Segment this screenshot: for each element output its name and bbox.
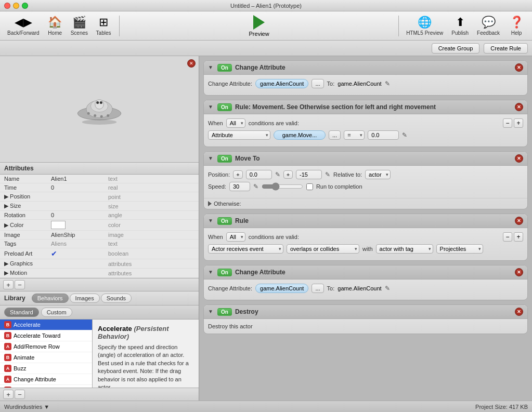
condition-num-input[interactable] (368, 130, 399, 140)
speed-input[interactable] (229, 182, 250, 191)
home-button[interactable]: 🏠 Home (44, 14, 67, 38)
table-row: Image AlienShip image (0, 231, 199, 240)
projectiles-select[interactable]: Projectiles (436, 244, 483, 254)
condition-type-select[interactable]: Attribute (208, 130, 270, 140)
close-rule-5-button[interactable]: ✕ (515, 268, 523, 276)
publish-button[interactable]: ⬆ Publish (448, 14, 472, 38)
html5preview-button[interactable]: 🌐 HTML5 Preview (403, 14, 446, 38)
scenes-button[interactable]: 🎬 Scenes (68, 14, 91, 38)
rule-toggle-icon-2[interactable]: ▼ (208, 104, 214, 110)
rule-toggle-icon[interactable]: ▼ (208, 64, 214, 71)
change-attr-dots-button-1[interactable]: ... (312, 79, 323, 88)
wurd-label[interactable]: Wurdindustries ▼ (4, 404, 49, 410)
rule-toggle-icon-5[interactable]: ▼ (208, 269, 214, 275)
tables-button[interactable]: ⊞ Tables (92, 14, 115, 38)
filter-custom-button[interactable]: Custom (41, 308, 72, 317)
close-rule-3-button[interactable]: ✕ (515, 154, 523, 163)
change-attr-dots-button-2[interactable]: ... (312, 284, 323, 293)
add-behavior-button[interactable]: + (3, 390, 14, 399)
minus-condition-button-4[interactable]: − (503, 232, 512, 242)
relative-to-select[interactable]: actor (365, 170, 391, 179)
collide-op-select[interactable]: overlaps or collides (287, 244, 359, 254)
list-item[interactable]: A Add/Remove Row (0, 341, 92, 352)
pos-x-edit-icon[interactable]: ✎ (275, 171, 280, 178)
close-rule-2-button[interactable]: ✕ (515, 103, 523, 111)
to-edit-icon-1[interactable]: ✎ (385, 80, 390, 87)
speed-slider[interactable] (262, 183, 303, 190)
condition-edit-icon[interactable]: ✎ (402, 131, 407, 139)
condition-op-select[interactable]: = (344, 130, 365, 140)
rule-header-5: ▼ On Change Attribute ✕ (204, 265, 527, 280)
attributes-section: Attributes Name Alien1 text Time 0 real … (0, 163, 199, 291)
filter-standard-button[interactable]: Standard (4, 308, 39, 317)
plus-condition-button-4[interactable]: + (514, 232, 523, 242)
plus-condition-button[interactable]: + (514, 118, 523, 128)
pos-x-stepper[interactable]: + (233, 170, 242, 179)
attr-value-motion (47, 269, 104, 278)
minimize-button[interactable] (13, 3, 19, 9)
otherwise-label: Otherwise: (214, 201, 241, 207)
feedback-button[interactable]: 💬 Feedback (474, 14, 503, 38)
add-attribute-button[interactable]: + (3, 280, 14, 289)
list-item[interactable]: B Animate (0, 352, 92, 363)
lib-item-name: Accelerate Toward (14, 333, 60, 339)
pos-x-input[interactable] (246, 170, 272, 179)
when-condition-select-4[interactable]: All (226, 232, 245, 242)
on-badge-1[interactable]: On (217, 64, 232, 72)
speed-row: Speed: ✎ Run to completion (208, 182, 523, 191)
actor-tag-select[interactable]: actor with tag (376, 244, 433, 254)
attr-value-tags: Aliens (47, 240, 104, 248)
list-item[interactable]: A Buzz (0, 363, 92, 374)
create-group-button[interactable]: Create Group (432, 43, 480, 54)
rule-toggle-icon-6[interactable]: ▼ (208, 309, 214, 315)
project-size-label: Project Size: 417 KB (475, 404, 528, 410)
attr-value-name: Alien1 (47, 175, 104, 183)
remove-behavior-button[interactable]: − (15, 390, 25, 399)
rule-toggle-icon-3[interactable]: ▼ (208, 155, 214, 162)
when-condition-select[interactable]: All (226, 118, 245, 128)
to-edit-icon-2[interactable]: ✎ (385, 285, 390, 292)
rule-title-4: Rule (235, 217, 512, 224)
run-completion-checkbox[interactable] (306, 183, 313, 190)
create-rule-button[interactable]: Create Rule (484, 43, 528, 54)
otherwise-expand-icon[interactable] (208, 201, 212, 206)
close-rule-1-button[interactable]: ✕ (515, 63, 523, 72)
help-button[interactable]: ❓ Help (505, 14, 528, 38)
list-item[interactable]: B Accelerate (0, 320, 92, 330)
on-badge-3[interactable]: On (217, 155, 232, 163)
close-rule-6-button[interactable]: ✕ (515, 308, 523, 316)
back-forward-button[interactable]: ◀▶ Back/Forward (4, 14, 43, 38)
attr-name-preload: Preload Art (0, 248, 47, 259)
close-button[interactable] (4, 3, 10, 9)
actor-event-select[interactable]: Actor receives event (208, 244, 283, 254)
on-badge-5[interactable]: On (217, 269, 232, 276)
tab-behaviors[interactable]: Behaviors (32, 294, 69, 303)
window-controls[interactable] (4, 3, 28, 9)
color-swatch[interactable] (51, 221, 66, 229)
pos-y-edit-icon[interactable]: ✎ (325, 171, 330, 178)
list-item[interactable]: A Change Attribute (0, 374, 92, 385)
rule-title-6: Destroy (235, 308, 512, 315)
on-badge-4[interactable]: On (217, 217, 232, 225)
change-attr-value-1[interactable]: game.AlienCount (255, 79, 308, 88)
pos-y-stepper[interactable]: + (283, 170, 293, 179)
rule-toggle-icon-4[interactable]: ▼ (208, 218, 214, 224)
change-attr-value-2[interactable]: game.AlienCount (255, 284, 308, 293)
on-badge-6[interactable]: On (217, 308, 232, 316)
tab-sounds[interactable]: Sounds (101, 294, 132, 303)
minus-condition-button[interactable]: − (503, 118, 512, 128)
close-rule-4-button[interactable]: ✕ (515, 217, 523, 225)
on-badge-2[interactable]: On (217, 103, 232, 111)
tab-images[interactable]: Images (70, 294, 100, 303)
feedback-icon: 💬 (482, 16, 496, 29)
remove-attribute-button[interactable]: − (15, 280, 25, 289)
list-item[interactable]: B Accelerate Toward (0, 330, 92, 341)
maximize-button[interactable] (22, 3, 28, 9)
speed-edit-icon[interactable]: ✎ (253, 183, 258, 190)
close-preview-button[interactable]: ✕ (187, 59, 196, 68)
condition-attr-value[interactable]: game.Move... (274, 130, 326, 140)
preview-button[interactable]: Preview (245, 13, 274, 39)
pos-y-input[interactable] (296, 170, 322, 179)
condition-attr-dots[interactable]: ... (329, 130, 341, 140)
preload-checkbox[interactable]: ✔ (51, 249, 57, 258)
